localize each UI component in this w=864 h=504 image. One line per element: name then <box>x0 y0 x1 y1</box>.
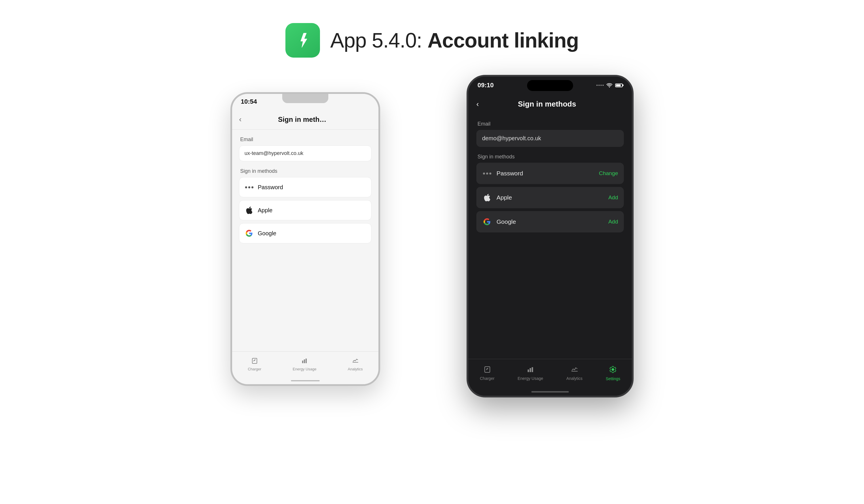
tab-energy-dark[interactable]: Energy Usage <box>517 366 543 381</box>
svg-rect-8 <box>532 367 533 372</box>
email-value-light: ux-team@hypervolt.co.uk <box>239 145 372 161</box>
phone-dark: 09:10 <box>467 75 634 397</box>
apple-icon-light <box>244 206 254 215</box>
tab-analytics-light[interactable]: Analytics <box>348 358 363 371</box>
charger-tab-label-light: Charger <box>248 367 261 371</box>
phone-content-light: Email ux-team@hypervolt.co.uk Sign in me… <box>232 130 379 351</box>
analytics-tab-label-dark: Analytics <box>566 376 583 381</box>
email-value-dark: demo@hypervolt.co.uk <box>476 130 624 147</box>
password-label-light: Password <box>258 184 283 191</box>
nav-bar-light: ‹ Sign in meth… <box>232 109 379 130</box>
apple-label-light: Apple <box>258 207 273 214</box>
dynamic-island <box>527 80 573 91</box>
google-icon-dark <box>482 217 492 227</box>
tab-charger-dark[interactable]: Charger <box>480 366 494 381</box>
signal-dots-icon <box>597 85 604 86</box>
analytics-tab-icon-dark <box>571 366 578 375</box>
charger-tab-icon-light <box>251 358 258 366</box>
svg-rect-3 <box>305 359 307 363</box>
home-indicator-dark <box>468 388 632 396</box>
password-icon-dark <box>482 168 492 178</box>
settings-tab-label-dark: Settings <box>606 376 620 381</box>
apple-label-dark: Apple <box>496 194 604 201</box>
password-icon-light <box>244 183 254 192</box>
status-bar-light: 10:54 <box>232 94 379 109</box>
tab-bar-dark: Charger Energy Usage <box>468 359 632 388</box>
analytics-tab-label-light: Analytics <box>348 367 363 371</box>
google-label-dark: Google <box>496 218 604 225</box>
svg-rect-9 <box>572 371 578 372</box>
signin-label-dark: Sign in methods <box>476 154 624 160</box>
method-row-password-light: Password <box>239 177 372 197</box>
method-row-google-light: Google <box>239 223 372 243</box>
phone-light: 10:54 ‹ Sign in meth… Email ux-team@hype… <box>230 92 380 386</box>
nav-bar-dark: ‹ Sign in methods <box>468 94 632 114</box>
energy-tab-icon-dark <box>527 366 534 375</box>
svg-rect-4 <box>352 362 358 363</box>
back-button-dark[interactable]: ‹ <box>476 100 479 109</box>
status-time-dark: 09:10 <box>478 82 494 89</box>
status-time-light: 10:54 <box>241 98 257 105</box>
signin-label-light: Sign in methods <box>239 168 372 174</box>
status-icons-dark <box>597 83 623 87</box>
email-label-light: Email <box>239 136 372 143</box>
phones-container: 10:54 ‹ Sign in meth… Email ux-team@hype… <box>230 75 634 449</box>
tab-settings-dark[interactable]: Settings <box>606 366 620 381</box>
apple-add-button[interactable]: Add <box>608 194 618 201</box>
svg-rect-2 <box>304 359 305 363</box>
svg-rect-6 <box>528 370 529 372</box>
tab-bar-light: Charger Energy Usage <box>232 351 379 377</box>
status-bar-dark: 09:10 <box>468 76 632 94</box>
phone-content-dark: Email demo@hypervolt.co.uk Sign in metho… <box>468 114 632 359</box>
method-row-google-dark: Google Add <box>476 211 624 232</box>
google-label-light: Google <box>258 230 276 237</box>
password-label-dark: Password <box>496 170 594 177</box>
analytics-tab-icon-light <box>352 358 359 366</box>
energy-tab-icon-light <box>301 358 308 366</box>
apple-icon-dark <box>482 193 492 203</box>
method-row-apple-dark: Apple Add <box>476 187 624 208</box>
charger-tab-icon-dark <box>484 366 491 375</box>
charger-tab-label-dark: Charger <box>480 376 494 381</box>
password-change-button[interactable]: Change <box>599 170 618 177</box>
method-row-password-dark: Password Change <box>476 163 624 184</box>
energy-tab-label-light: Energy Usage <box>292 367 316 371</box>
email-label-dark: Email <box>476 121 624 127</box>
tab-analytics-dark[interactable]: Analytics <box>566 366 583 381</box>
tab-energy-light[interactable]: Energy Usage <box>292 358 316 371</box>
wifi-icon <box>607 83 612 87</box>
settings-tab-icon-dark <box>609 366 616 375</box>
svg-rect-0 <box>252 358 257 363</box>
battery-icon <box>615 84 623 87</box>
page-header: App 5.4.0: Account linking <box>285 23 579 58</box>
back-button-light[interactable]: ‹ <box>239 115 242 124</box>
svg-rect-7 <box>530 368 531 372</box>
page-title: App 5.4.0: Account linking <box>330 28 579 52</box>
app-icon <box>285 23 320 58</box>
nav-title-dark: Sign in methods <box>485 100 609 109</box>
method-row-apple-light: Apple <box>239 200 372 220</box>
svg-rect-1 <box>302 361 303 363</box>
google-add-button[interactable]: Add <box>608 219 618 225</box>
energy-tab-label-dark: Energy Usage <box>517 376 543 381</box>
svg-rect-5 <box>485 367 490 372</box>
nav-title-light: Sign in meth… <box>248 116 357 123</box>
tab-charger-light[interactable]: Charger <box>248 358 261 371</box>
google-icon-light <box>244 229 254 238</box>
